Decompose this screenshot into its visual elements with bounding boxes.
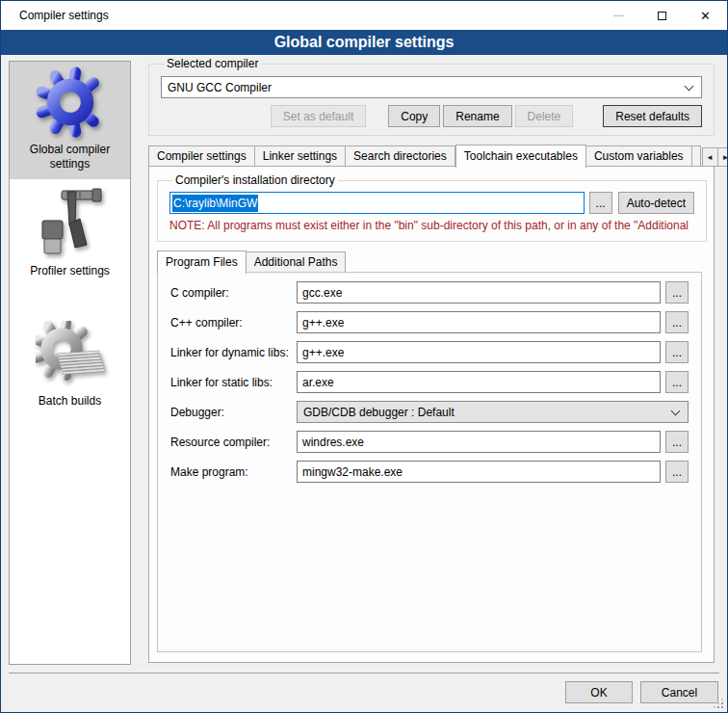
form-row-c-compiler: C compiler: gcc.exe ...	[158, 281, 701, 304]
installation-directory-group-label: Compiler's installation directory	[172, 173, 338, 187]
tab-linker-settings[interactable]: Linker settings	[255, 145, 346, 167]
delete-button[interactable]: Delete	[515, 105, 574, 127]
programs-subtab-bar: Program Files Additional Paths	[157, 250, 702, 273]
maximize-icon	[658, 12, 666, 20]
compiler-settings-window: Compiler settings ✕ Global compiler sett…	[0, 0, 728, 713]
reset-defaults-button[interactable]: Reset defaults	[603, 105, 702, 127]
titlebar: Compiler settings ✕	[1, 1, 727, 30]
resource-compiler-browse-button[interactable]: ...	[665, 431, 689, 453]
chevron-down-icon	[671, 407, 681, 416]
linker-static-label: Linker for static libs:	[170, 376, 292, 389]
gear-icon	[34, 66, 107, 139]
resource-compiler-input[interactable]: windres.exe	[297, 431, 661, 453]
footer-divider	[9, 673, 719, 673]
selected-compiler-group-label: Selected compiler	[164, 57, 261, 70]
subtab-program-files[interactable]: Program Files	[157, 251, 247, 274]
form-row-debugger: Debugger: GDB/CDB debugger : Default	[158, 401, 701, 423]
linker-static-browse-button[interactable]: ...	[665, 371, 689, 393]
selected-compiler-value: GNU GCC Compiler	[168, 81, 272, 94]
settings-tab-bar: Compiler settings Linker settings Search…	[148, 144, 715, 167]
linker-dynamic-label: Linker for dynamic libs:	[170, 346, 292, 359]
tab-toolchain-executables[interactable]: Toolchain executables	[455, 145, 586, 168]
copy-button[interactable]: Copy	[388, 105, 440, 127]
programs-subtab-control: Program Files Additional Paths C compile…	[157, 250, 702, 652]
installation-directory-value: C:\raylib\MinGW	[172, 195, 258, 212]
tab-compiler-settings[interactable]: Compiler settings	[148, 145, 255, 167]
c-compiler-browse-button[interactable]: ...	[665, 281, 689, 304]
settings-tab-control: Compiler settings Linker settings Search…	[148, 144, 715, 663]
form-row-linker-dynamic: Linker for dynamic libs: g++.exe ...	[158, 341, 701, 363]
program-files-page: C compiler: gcc.exe ... C++ compiler: g+…	[157, 272, 702, 652]
selected-compiler-group: Selected compiler GNU GCC Compiler Set a…	[148, 57, 715, 136]
linker-dynamic-browse-button[interactable]: ...	[665, 341, 689, 363]
make-program-label: Make program:	[170, 465, 292, 479]
c-compiler-value: gcc.exe	[302, 286, 342, 300]
cpp-compiler-browse-button[interactable]: ...	[665, 311, 689, 333]
settings-category-list: Global compiler settings Profiler settin…	[9, 61, 131, 665]
auto-detect-button[interactable]: Auto-detect	[618, 192, 694, 214]
debugger-dropdown[interactable]: GDB/CDB debugger : Default	[297, 401, 689, 423]
installation-note: NOTE: All programs must exist either in …	[169, 219, 694, 232]
sidebar-item-label: Global compiler settings	[13, 143, 126, 172]
linker-dynamic-input[interactable]: g++.exe	[297, 341, 661, 363]
installation-directory-input[interactable]: C:\raylib\MinGW	[169, 192, 585, 214]
installation-directory-browse-button[interactable]: ...	[589, 192, 612, 214]
debugger-value: GDB/CDB debugger : Default	[303, 406, 455, 419]
compiler-action-buttons: Set as default Copy Rename Delete Reset …	[161, 105, 702, 127]
tab-build-options[interactable]: Build options	[692, 145, 701, 167]
maximize-button[interactable]	[640, 1, 684, 30]
dialog-footer: OK Cancel	[1, 673, 727, 712]
sidebar-item-label: Profiler settings	[30, 264, 110, 278]
resource-compiler-value: windres.exe	[302, 436, 364, 449]
sidebar-item-label: Batch builds	[39, 394, 101, 409]
tab-search-directories[interactable]: Search directories	[346, 145, 455, 167]
gear-stack-icon	[34, 317, 107, 390]
c-compiler-input[interactable]: gcc.exe	[297, 281, 661, 304]
window-controls: ✕	[597, 1, 727, 30]
sidebar-item-batch-builds[interactable]: Batch builds	[10, 313, 130, 416]
caliper-icon	[34, 187, 107, 260]
minimize-icon	[613, 15, 624, 16]
ok-button[interactable]: OK	[565, 681, 633, 703]
tab-custom-variables[interactable]: Custom variables	[586, 145, 692, 167]
tab-scroll-left-button[interactable]: ◄	[702, 147, 718, 167]
sidebar-item-profiler-settings[interactable]: Profiler settings	[10, 183, 130, 286]
linker-static-input[interactable]: ar.exe	[297, 371, 661, 393]
make-program-input[interactable]: mingw32-make.exe	[297, 461, 661, 483]
minimize-button[interactable]	[597, 1, 640, 30]
form-row-linker-static: Linker for static libs: ar.exe ...	[158, 371, 701, 393]
sidebar-item-global-compiler-settings[interactable]: Global compiler settings	[10, 62, 130, 179]
subtab-additional-paths[interactable]: Additional Paths	[247, 251, 347, 273]
form-row-make-program: Make program: mingw32-make.exe ...	[158, 461, 701, 483]
tab-scroll-buttons: ◄ ►	[702, 147, 728, 167]
selected-compiler-dropdown[interactable]: GNU GCC Compiler	[161, 76, 702, 98]
cancel-button[interactable]: Cancel	[640, 681, 718, 703]
page-title: Global compiler settings	[1, 30, 727, 55]
debugger-label: Debugger:	[170, 406, 292, 419]
close-button[interactable]: ✕	[684, 1, 727, 30]
window-title: Compiler settings	[1, 9, 109, 22]
c-compiler-label: C compiler:	[170, 286, 292, 300]
cpp-compiler-input[interactable]: g++.exe	[297, 311, 661, 333]
form-row-resource-compiler: Resource compiler: windres.exe ...	[158, 431, 701, 453]
cpp-compiler-label: C++ compiler:	[170, 316, 292, 330]
tab-scroll-right-button[interactable]: ►	[718, 147, 728, 167]
toolchain-executables-page: Compiler's installation directory C:\ray…	[148, 166, 715, 663]
installation-directory-group: Compiler's installation directory C:\ray…	[157, 173, 707, 242]
make-program-browse-button[interactable]: ...	[665, 461, 689, 483]
close-icon: ✕	[700, 10, 711, 22]
make-program-value: mingw32-make.exe	[302, 465, 403, 479]
resource-compiler-label: Resource compiler:	[170, 436, 292, 449]
main-panel: Selected compiler GNU GCC Compiler Set a…	[141, 57, 721, 136]
linker-dynamic-value: g++.exe	[302, 346, 344, 359]
rename-button[interactable]: Rename	[443, 105, 511, 127]
installation-directory-row: C:\raylib\MinGW ... Auto-detect	[169, 192, 694, 214]
form-row-cpp-compiler: C++ compiler: g++.exe ...	[158, 311, 701, 333]
resize-grip[interactable]	[721, 706, 723, 708]
linker-static-value: ar.exe	[302, 376, 334, 389]
chevron-down-icon	[685, 82, 694, 92]
cpp-compiler-value: g++.exe	[302, 316, 344, 330]
set-as-default-button[interactable]: Set as default	[271, 105, 366, 127]
